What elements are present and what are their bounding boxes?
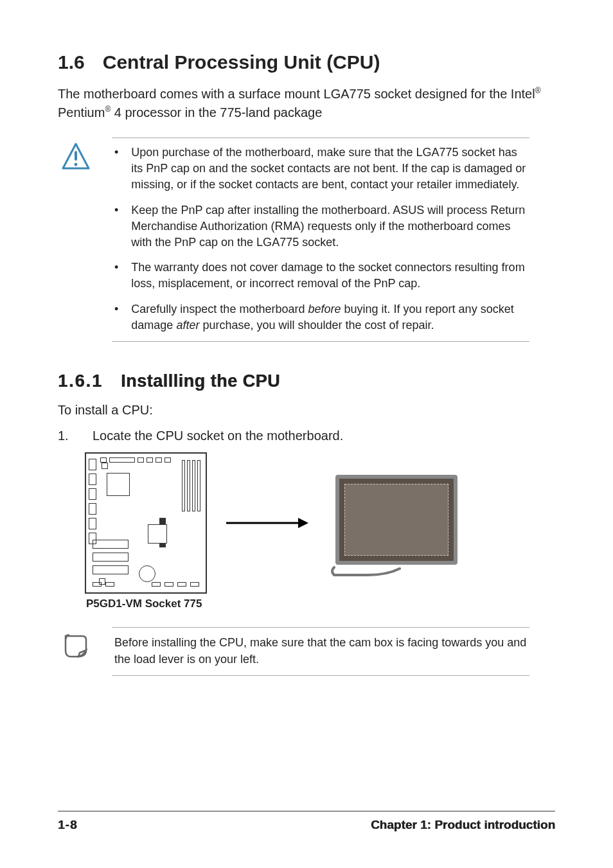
svg-marker-3 [298,518,308,528]
svg-rect-0 [75,151,77,161]
intro-pre: The motherboard comes with a surface mou… [58,87,535,101]
arrow-right-icon [226,513,310,533]
list-item: • Carefully inspect the motherboard befo… [114,301,527,333]
bullet-icon: • [114,202,118,251]
step-number: 1. [58,429,73,443]
figure-cpu-socket [85,452,555,594]
install-lead: To install a CPU: [58,400,555,420]
subsection-title-text: Installling the CPU [121,371,280,391]
motherboard-diagram [85,452,207,594]
caution-icon [60,141,91,342]
note-icon [60,631,91,676]
step-text: Locate the CPU socket on the motherboard… [93,429,343,443]
cpu-socket-closeup [329,468,464,578]
step-1: 1. Locate the CPU socket on the motherbo… [58,429,555,443]
warning-list: •Upon purchase of the motherboard, make … [114,145,527,333]
svg-point-1 [75,163,78,166]
warn4-em-after: after [176,319,199,332]
registered-mark: ® [105,105,111,114]
note-callout: Before installing the CPU, make sure tha… [58,623,529,682]
list-item: •Upon purchase of the motherboard, make … [114,145,527,193]
warning-text: Carefully inspect the motherboard before… [131,301,527,333]
bullet-icon: • [114,260,118,292]
note-text: Before installing the CPU, make sure tha… [114,634,527,668]
intro-paragraph: The motherboard comes with a surface mou… [58,85,555,122]
warn4-em-before: before [308,303,341,315]
warn4-pre: Carefully inspect the motherboard [131,303,308,315]
bullet-icon: • [114,145,118,193]
list-item: •Keep the PnP cap after installing the m… [114,202,527,251]
figure-caption: P5GD1-VM Socket 775 [86,598,555,610]
list-item: •The warranty does not cover damage to t… [114,260,527,292]
subsection-number: 1.6.1 [58,371,103,391]
intro-mid: Pentium [58,105,105,120]
bullet-icon: • [114,301,118,333]
warn4-post: purchase, you will shoulder the cost of … [199,319,434,332]
section-heading: 1.6Central Processing Unit (CPU) [58,51,555,73]
warning-text: The warranty does not cover damage to th… [131,260,527,292]
registered-mark: ® [535,86,541,95]
subsection-heading: 1.6.1Installling the CPU [58,371,555,391]
page-footer: 1-8 Chapter 1: Product introduction [58,811,555,832]
chapter-label: Chapter 1: Product introduction [371,818,555,832]
warning-callout: •Upon purchase of the motherboard, make … [58,134,529,348]
warning-text: Keep the PnP cap after installing the mo… [131,202,527,251]
intro-post: 4 processor in the 775-land package [111,105,322,120]
section-number: 1.6 [58,51,85,73]
warning-text: Upon purchase of the motherboard, make s… [131,145,527,193]
section-title-text: Central Processing Unit (CPU) [103,51,380,73]
page-number: 1-8 [58,818,77,832]
